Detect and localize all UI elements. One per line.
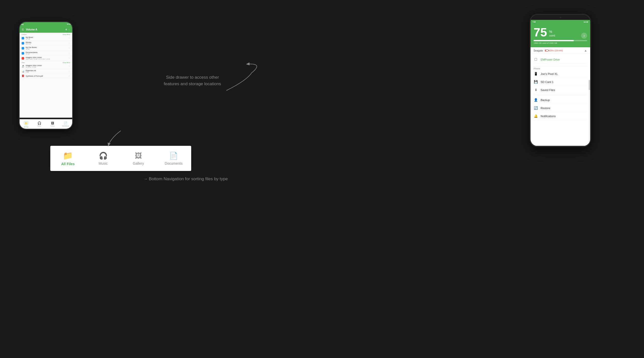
- storage-usage-text: 1500 GB used of 2000 GB: [534, 42, 587, 44]
- file-item-expenses[interactable]: 📊 Expenses.xls 2 MB ⋮: [20, 69, 72, 74]
- nav-gallery[interactable]: 🖼 Gallery: [46, 119, 59, 129]
- folder-name: Imagine-John Lenon: [26, 57, 67, 58]
- storage-header[interactable]: 75 % used › 1500 GB used of 2000 GB: [531, 24, 590, 47]
- battery-time: (23 min): [554, 49, 563, 52]
- menu-icon[interactable]: ☰: [22, 28, 24, 31]
- folder-item-imagine[interactable]: Imagine-John Lenon 1920×1080, 35 MB | 12…: [20, 56, 72, 61]
- backup-label: Backup: [541, 99, 550, 102]
- excel-icon: 📊: [22, 70, 24, 73]
- grid-icon[interactable]: ⊞: [65, 28, 67, 31]
- saved-files-item[interactable]: ⬇ Saved Files: [534, 86, 587, 94]
- scrollbar-thumb[interactable]: [589, 80, 590, 90]
- storage-percent-number: 75: [534, 26, 547, 39]
- nav-label-gallery: Gallery: [50, 125, 55, 127]
- folder-meta: 89.8 GB: [26, 43, 67, 45]
- file-info: Expenses.xls 2 MB: [26, 70, 67, 73]
- file-info: My Music 3.2 GB: [26, 36, 67, 40]
- upload-icon: ▲: [584, 49, 587, 52]
- item-more-icon[interactable]: ⋮: [68, 75, 70, 77]
- folders-section-header: Folders Show More: [20, 33, 72, 36]
- files-title: Files: [22, 62, 25, 63]
- bnav-all-files[interactable]: 📁 All Files: [50, 146, 86, 171]
- empower-drive-section: ☐ EMPower Drive: [531, 54, 590, 64]
- drawer-content: Seagate 15% (23 min) ▲ ☐ EMPower Drive P…: [531, 47, 590, 146]
- camera-bar: [531, 15, 590, 20]
- bnav-gallery-label: Gallery: [133, 161, 144, 165]
- bottom-nav-callout: → Bottom Navigation for sorting files by…: [143, 176, 228, 182]
- left-status-icons: ▾▴▮: [21, 23, 23, 25]
- file-info: Documentaries 37 GB: [26, 52, 67, 55]
- folder-name: Movies: [26, 41, 67, 43]
- joes-pixel-item[interactable]: 📱 Joe's Pixel XL: [534, 70, 587, 78]
- seagate-label: Seagate: [534, 49, 543, 52]
- files-show-more[interactable]: Show More: [63, 62, 70, 63]
- nav-music[interactable]: 🎧 Music: [33, 119, 46, 129]
- scrollbar-track: [589, 80, 590, 146]
- battery-icon: [545, 50, 548, 52]
- gallery-nav-icon: 🖼: [51, 121, 54, 125]
- item-more-icon[interactable]: ⋮: [68, 47, 70, 49]
- restore-label: Restore: [541, 107, 550, 110]
- folder-meta: 37 GB: [26, 53, 67, 55]
- folder-item-books[interactable]: My Fav Books 30 MB ⋮: [20, 46, 72, 51]
- folders-show-more[interactable]: Show More: [63, 34, 70, 35]
- bnav-music[interactable]: 🎧 Music: [86, 146, 121, 171]
- nav-all-files[interactable]: 📁 All Files: [20, 119, 33, 129]
- left-app-bar: ☰ Volume A ⊞ ⋮: [20, 26, 72, 33]
- file-item-imagine-audio[interactable]: 🎵 Imagine-John Lenon 00:03:23, 4.3 MB ⋮: [20, 64, 72, 69]
- more-icon[interactable]: ⋮: [68, 28, 70, 31]
- folder-name: My Music: [26, 36, 67, 38]
- folder-item-documentaries[interactable]: Documentaries 37 GB ⋮: [20, 51, 72, 56]
- item-more-icon[interactable]: ⋮: [68, 70, 70, 72]
- sd-card-item[interactable]: 💾 SD Card 1: [534, 78, 587, 86]
- file-info: Imagine-John Lenon 1920×1080, 35 MB | 12…: [26, 57, 67, 60]
- file-name: Imagine-John Lenon: [26, 65, 67, 66]
- files-section-header: Files Show More: [20, 61, 72, 64]
- music-nav-icon: 🎧: [37, 121, 41, 125]
- left-phone: ▾▴▮ 12:30 ☰ Volume A ⊞ ⋮ Folders Show Mo…: [19, 21, 73, 129]
- bnav-all-files-label: All Files: [61, 162, 75, 166]
- item-more-icon[interactable]: ⋮: [68, 65, 70, 67]
- file-name: Expenses.xls: [26, 70, 67, 71]
- restore-item[interactable]: 🔄 Restore: [534, 104, 587, 112]
- phone-section: Phone 📱 Joe's Pixel XL 💾 SD Card 1 ⬇ Sav…: [531, 64, 590, 95]
- file-meta: 00:03:23, 4.3 MB: [26, 66, 67, 68]
- item-more-icon[interactable]: ⋮: [68, 37, 70, 39]
- item-more-icon[interactable]: ⋮: [68, 42, 70, 44]
- right-phone-status-bar: ▾▴▮ 12:30: [531, 20, 590, 24]
- item-more-icon[interactable]: ⋮: [68, 52, 70, 54]
- phone-section-title: Phone: [534, 67, 587, 70]
- folder-item-my-music[interactable]: My Music 3.2 GB ⋮: [20, 36, 72, 41]
- folder-meta: 1920×1080, 35 MB | 12-11-2017, 15:23: [26, 58, 67, 60]
- bnav-gallery[interactable]: 🖼 Gallery: [121, 146, 156, 171]
- empower-drive-label: EMPower Drive: [541, 58, 560, 61]
- notifications-label: Notifications: [541, 115, 556, 118]
- seagate-row: Seagate 15% (23 min) ▲: [531, 47, 590, 54]
- saved-files-label: Saved Files: [541, 88, 555, 92]
- file-info: Imagine-John Lenon 00:03:23, 4.3 MB: [26, 65, 67, 68]
- folders-title: Folders: [22, 34, 27, 35]
- empower-drive-item[interactable]: ☐ EMPower Drive: [534, 56, 587, 64]
- camera-dot: [560, 17, 561, 18]
- bnav-documents[interactable]: 📄 Documents: [156, 146, 191, 171]
- storage-chevron[interactable]: ›: [581, 33, 587, 39]
- storage-progress-fill: [534, 40, 574, 41]
- nav-documents[interactable]: 📄 Documents: [59, 119, 72, 129]
- notifications-item[interactable]: 🔔 Notifications: [534, 112, 587, 120]
- used-label: used: [549, 34, 555, 37]
- file-item-pdf[interactable]: 📕 Synthesis of Form.pdf ⋮: [20, 74, 72, 78]
- storage-percent-row: 75 % used: [534, 26, 587, 38]
- percent-used-group: % used: [549, 29, 555, 37]
- item-more-icon[interactable]: ⋮: [68, 57, 70, 59]
- folder-meta: 30 MB: [26, 48, 67, 50]
- battery-fill: [545, 50, 546, 51]
- saved-files-icon: ⬇: [534, 88, 538, 92]
- callout-side-drawer-text: Side drawer to access other features and…: [164, 75, 221, 86]
- folder-item-movies[interactable]: Movies 89.8 GB ⋮: [20, 41, 72, 46]
- backup-item[interactable]: 👤 Backup: [534, 96, 587, 104]
- battery-percent: 15%: [549, 49, 554, 52]
- left-status-time: 12:30: [67, 23, 71, 25]
- storage-progress-bar: [534, 40, 587, 41]
- pdf-icon: 📕: [22, 75, 24, 77]
- file-info: My Fav Books 30 MB: [26, 47, 67, 50]
